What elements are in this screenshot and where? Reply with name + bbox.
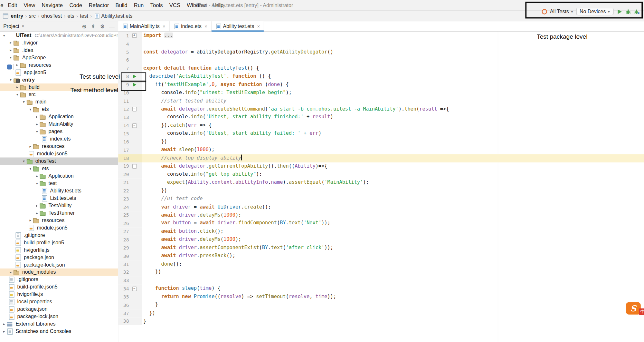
code-text[interactable]: var driver = await UiDriver.create(); [142,203,271,211]
menu-item-code[interactable]: Code [66,2,85,8]
code-text[interactable]: //start tested ability [142,97,226,105]
tree-item-list-test-ets[interactable]: List.test.ets [0,194,118,202]
tree-item-hvigorfile-js[interactable]: hvigorfile.js [0,246,118,254]
code-line-27[interactable]: 27 await button.click(); [118,228,644,236]
code-text[interactable]: } [142,301,158,309]
menu-item-build[interactable]: Build [112,2,130,8]
code-line-23[interactable]: 23 //ui test code [118,195,644,203]
code-text[interactable]: //check top display ability [142,154,242,162]
code-text[interactable]: console.info('Uitest, start ability fini… [142,113,333,121]
tree-item-application[interactable]: ▸Application [0,113,118,121]
tree-item-application[interactable]: ▸Application [0,172,118,180]
code-text[interactable]: function sleep(time) { [142,285,221,293]
code-line-25[interactable]: 25 await driver.delayMs(1000); [118,211,644,219]
collapse-all-icon[interactable]: ⇞ [91,23,95,29]
code-line-11[interactable]: 11 //start tested ability [118,97,644,105]
chevron-right-icon[interactable]: ▸ [2,322,6,326]
code-line-15[interactable]: 15 console.info('Uitest, start ability f… [118,130,644,138]
menu-item-edit[interactable]: Edit [5,2,20,8]
chevron-down-icon[interactable]: ▾ [15,93,20,97]
close-icon[interactable]: × [204,24,207,29]
code-text[interactable]: await delegator.executeShellCommand('aa … [142,105,449,113]
tree-item-build-profile-json5[interactable]: build-profile.json5 [0,239,118,246]
code-line-28[interactable]: 28 await driver.delayMs(1000); [118,236,644,244]
code-line-18[interactable]: 18 //check top display ability [118,154,644,162]
run-test-icon[interactable] [132,74,136,79]
fold-marker-icon[interactable]: − [132,107,137,112]
code-line-29[interactable]: 29 await driver.assertComponentExist(BY.… [118,244,644,252]
tree-item-ability-test-ets[interactable]: Ability.test.ets [0,187,118,194]
code-line-35[interactable]: 35 return new Promise((resolve) => setTi… [118,293,644,301]
code-line-9[interactable]: 9 it('testUiExample',0, async function (… [118,81,644,89]
tree-item-module-json5[interactable]: module.json5 [0,224,118,231]
code-text[interactable]: done(); [142,260,182,268]
tree-item-testability[interactable]: ▸TestAbility [0,202,118,209]
code-line-31[interactable]: 31 done(); [118,260,644,268]
project-panel-title[interactable]: Project [3,24,19,29]
tree-item-package-json[interactable]: package.json [0,306,118,313]
chevron-right-icon[interactable]: ▸ [34,211,39,215]
code-text[interactable]: await driver.pressBack(); [142,252,235,260]
tree-item-build-profile-json5[interactable]: build-profile.json5 [0,283,118,291]
fold-marker-icon[interactable]: + [132,34,137,38]
code-line-14[interactable]: 14− }).catch(err => { [118,122,644,130]
tab-index-ets[interactable]: index.ets× [169,21,211,31]
tree-item-hvigor[interactable]: ▸.hvigor [0,39,118,46]
code-text[interactable]: await sleep(1000); [142,146,214,154]
code-text[interactable]: }) [142,309,155,317]
code-line-5[interactable]: 5const delegator = abilityDelegatorRegis… [118,48,644,56]
tree-item-resources[interactable]: ▸resources [0,217,118,224]
tree-item-package-lock-json[interactable]: package-lock.json [0,261,118,269]
chevron-down-icon[interactable]: ▾ [28,167,33,171]
tree-item-ohostest[interactable]: ▾ohosTest [0,158,118,165]
code-text[interactable]: }) [142,138,167,146]
chevron-right-icon[interactable]: ▸ [2,329,6,334]
code-text[interactable]: it('testUiExample',0, async function (do… [142,81,289,89]
tree-item-uitest[interactable]: ▾UiTestC:\Users\Administrator\DevEcoStud… [0,32,118,39]
tree-item-package-json[interactable]: package.json [0,254,118,261]
code-text[interactable]: //ui test code [142,195,203,203]
chevron-down-icon[interactable]: ▾ [8,55,13,60]
code-line-7[interactable]: 7export default function abilityTest() { [118,64,644,72]
code-line-6[interactable]: 6 [118,56,644,64]
close-icon[interactable]: × [163,24,166,29]
tree-item-module-json5[interactable]: module.json5 [0,150,118,158]
code-line-8[interactable]: 8 describe('ActsAbilityTest', function (… [118,73,644,81]
chevron-down-icon[interactable]: ▾ [21,100,26,104]
code-editor[interactable]: 1+import ...45const delegator = abilityD… [118,32,644,342]
code-text[interactable]: console.info("get top ability"); [142,170,262,178]
code-line-33[interactable]: 33 [118,277,644,285]
code-line-22[interactable]: 22 }) [118,187,644,195]
code-text[interactable]: await driver.delayMs(1000); [142,211,241,219]
fold-marker-icon[interactable]: − [132,123,137,128]
code-text[interactable]: }).catch(err => { [142,122,212,130]
device-select[interactable]: No Devices ▼ [576,8,614,15]
chevron-right-icon[interactable]: ▸ [15,85,20,89]
code-line-4[interactable]: 4 [118,40,644,48]
breadcrumb-item-test[interactable]: test [80,13,88,19]
tree-item-hvigorfile-js[interactable]: hvigorfile.js [0,291,118,298]
code-line-26[interactable]: 26 var button = await driver.findCompone… [118,219,644,227]
chevron-down-icon[interactable]: ▾ [21,159,26,163]
tree-item-main[interactable]: ▾main [0,98,118,106]
code-text[interactable]: describe('ActsAbilityTest', function () … [142,73,271,81]
run-button[interactable] [617,9,622,15]
tree-item-idea[interactable]: ▸.idea [0,46,118,54]
breadcrumb-item-ohostest[interactable]: ohosTest [41,13,62,19]
fold-marker-icon[interactable]: − [132,286,137,291]
fold-marker-icon[interactable]: − [132,164,137,169]
tree-item-pages[interactable]: ▾pages [0,128,118,135]
tree-item-appscope[interactable]: ▾AppScope [0,54,118,61]
code-line-20[interactable]: 20 console.info("get top ability"); [118,170,644,178]
tree-item-testrunner[interactable]: ▸TestRunner [0,209,118,217]
breadcrumb-item-ability-test-ets[interactable]: Ability.test.ets [101,13,132,19]
chevron-right-icon[interactable]: ▸ [34,115,39,119]
chevron-right-icon[interactable]: ▸ [8,270,13,274]
code-text[interactable]: console.info("uitest: TestUiExample begi… [142,89,292,97]
code-text[interactable]: import ... [142,32,173,40]
locate-file-icon[interactable]: ⊕ [82,23,87,29]
run-configuration-select[interactable]: All Tests ▼ [550,9,573,15]
sogou-ime-icon[interactable]: S [626,302,641,314]
chevron-down-icon[interactable]: ▼ [21,24,24,28]
chevron-down-icon[interactable]: ▾ [34,181,39,185]
